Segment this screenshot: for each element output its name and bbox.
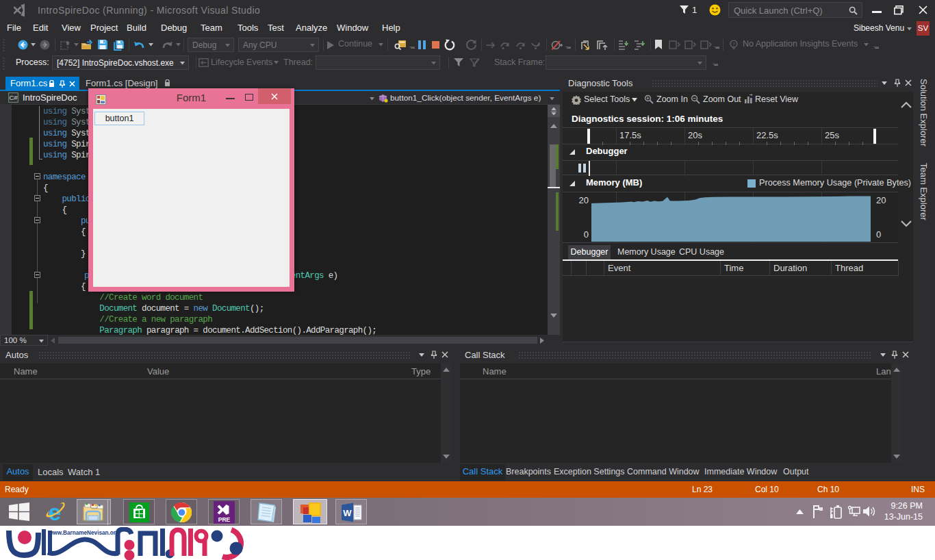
svg-text:C#: C#	[9, 94, 18, 101]
svg-text:PRE: PRE	[218, 516, 231, 523]
svg-text:W: W	[343, 508, 352, 518]
svg-text:www.BarnameNevisan.org: www.BarnameNevisan.org	[48, 530, 119, 536]
svg-text:?: ?	[732, 41, 736, 47]
